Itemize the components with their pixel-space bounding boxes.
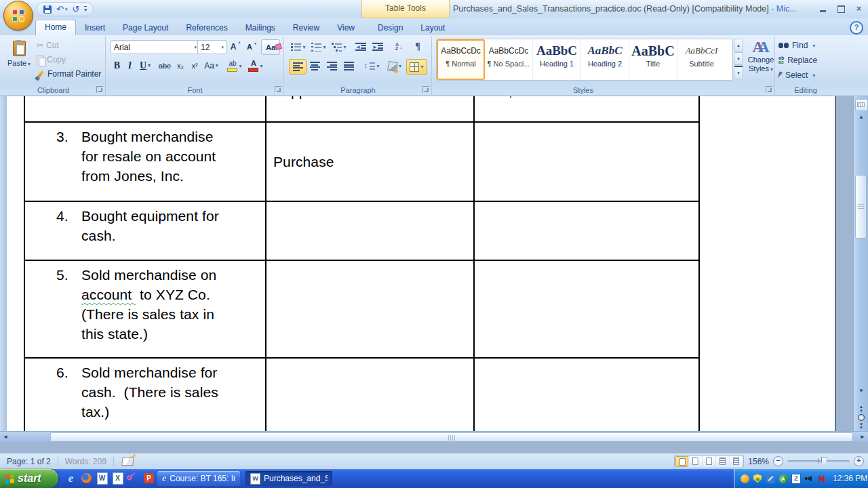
find-button[interactable]: Find bbox=[778, 41, 815, 50]
table-cell-blank[interactable] bbox=[475, 261, 698, 357]
antivirus-tray-icon[interactable]: A bbox=[778, 474, 788, 483]
decrease-indent-button[interactable] bbox=[353, 40, 369, 54]
excel-icon[interactable]: X bbox=[112, 472, 123, 484]
table-cell-blank[interactable] bbox=[475, 202, 698, 260]
zoom-out-icon[interactable]: − bbox=[773, 456, 783, 466]
taskbar-button-word[interactable]: W Purchases_and_Sales... bbox=[245, 471, 332, 486]
scroll-right-icon[interactable]: ► bbox=[857, 434, 868, 440]
horizontal-scroll-thumb[interactable] bbox=[50, 432, 853, 442]
close-button[interactable]: × bbox=[856, 5, 861, 13]
highlight-color-button[interactable]: ab bbox=[224, 58, 245, 73]
powerpoint-icon[interactable]: P bbox=[143, 472, 155, 484]
clear-formatting-button[interactable]: Aa bbox=[261, 39, 280, 55]
styles-dialog-launcher[interactable] bbox=[766, 86, 772, 93]
proofing-status-icon[interactable] bbox=[121, 457, 134, 466]
style-heading-2[interactable]: AaBbC Heading 2 bbox=[581, 39, 629, 80]
change-styles-button[interactable]: AA Change Styles bbox=[746, 38, 776, 85]
tab-layout[interactable]: Layout bbox=[412, 20, 454, 35]
strikethrough-button[interactable]: abe bbox=[157, 58, 173, 73]
tab-home[interactable]: Home bbox=[35, 20, 76, 35]
table-cell[interactable]: account from ABC Co. bbox=[25, 96, 267, 121]
style-normal[interactable]: AaBbCcDc ¶ Normal bbox=[437, 39, 485, 80]
style-heading-1[interactable]: AaBbC Heading 1 bbox=[533, 39, 581, 80]
tab-design[interactable]: Design bbox=[369, 20, 412, 35]
shading-button[interactable] bbox=[385, 59, 404, 73]
table-cell-blank[interactable] bbox=[475, 123, 698, 201]
tab-review[interactable]: Review bbox=[284, 20, 328, 35]
page-indicator[interactable]: Page: 1 of 2 bbox=[5, 457, 52, 466]
bullets-button[interactable] bbox=[289, 40, 308, 54]
scroll-left-icon[interactable]: ◄ bbox=[0, 434, 11, 440]
tab-page-layout[interactable]: Page Layout bbox=[114, 20, 177, 35]
shield-tray-icon[interactable] bbox=[753, 474, 762, 483]
styles-scroll-down-icon[interactable]: ▼ bbox=[734, 52, 743, 65]
clipboard-dialog-launcher[interactable] bbox=[96, 86, 103, 93]
table-cell-blank[interactable] bbox=[475, 359, 698, 436]
ie-icon[interactable]: e bbox=[65, 472, 77, 484]
n-app-tray-icon[interactable]: N bbox=[817, 474, 827, 483]
superscript-button[interactable]: x² bbox=[188, 58, 201, 73]
paste-button[interactable]: Paste bbox=[4, 38, 34, 83]
redo-icon[interactable]: ↺ bbox=[72, 5, 79, 14]
copy-button[interactable]: Copy bbox=[37, 55, 66, 64]
table-cell-account[interactable]: Purchase bbox=[267, 123, 475, 201]
outline-view-icon[interactable] bbox=[716, 456, 729, 467]
office-button[interactable] bbox=[3, 1, 33, 30]
minimize-button[interactable] bbox=[820, 10, 826, 12]
table-cell-description[interactable]: 4. Bought equipment for cash. bbox=[25, 202, 267, 260]
firefox-icon[interactable] bbox=[81, 472, 92, 484]
next-page-icon[interactable]: ▼ ▼ bbox=[859, 423, 863, 430]
numbering-button[interactable] bbox=[309, 40, 328, 54]
styles-scroll-up-icon[interactable]: ▲ bbox=[734, 39, 743, 52]
style-title[interactable]: AaBbC Title bbox=[629, 39, 677, 80]
start-button[interactable]: start bbox=[0, 469, 58, 488]
table-row-3[interactable]: 3. Bought merchandise for resale on acco… bbox=[25, 123, 698, 202]
previous-page-icon[interactable]: ▲ ▲ bbox=[859, 405, 863, 412]
select-button[interactable]: Select bbox=[778, 70, 815, 80]
messenger-tray-icon[interactable] bbox=[740, 474, 749, 483]
show-hide-pilcrow-button[interactable]: ¶ bbox=[410, 40, 426, 54]
scroll-up-icon[interactable]: ▲ bbox=[854, 114, 868, 120]
zoom-slider[interactable] bbox=[787, 460, 850, 462]
grow-font-button[interactable]: A bbox=[226, 40, 241, 54]
draft-view-icon[interactable] bbox=[730, 456, 743, 467]
zoom-in-icon[interactable]: + bbox=[854, 456, 864, 466]
vertical-scrollbar[interactable]: ▲ ▼ ▲ ▲ ▼ ▼ bbox=[853, 96, 868, 431]
font-size-combo[interactable]: 12▾ bbox=[197, 40, 227, 54]
align-center-button[interactable] bbox=[307, 59, 323, 73]
z-app-tray-icon[interactable]: Z bbox=[791, 474, 801, 483]
access-key-icon[interactable] bbox=[127, 472, 139, 484]
replace-button[interactable]: abac Replace bbox=[778, 56, 817, 65]
table-row-6[interactable]: 6. Sold merchandise for cash. (There is … bbox=[25, 359, 698, 437]
restore-button[interactable] bbox=[837, 5, 845, 13]
align-right-button[interactable] bbox=[323, 59, 340, 73]
multilevel-list-button[interactable] bbox=[330, 40, 349, 54]
change-case-button[interactable]: Aa bbox=[202, 58, 220, 73]
table-cell-description[interactable]: 6. Sold merchandise for cash. (There is … bbox=[25, 359, 267, 436]
full-screen-reading-view-icon[interactable] bbox=[689, 456, 702, 467]
underline-button[interactable]: U bbox=[136, 58, 154, 73]
increase-indent-button[interactable] bbox=[370, 40, 386, 54]
word-count[interactable]: Words: 209 bbox=[64, 457, 108, 466]
style-subtitle[interactable]: AaBbCcI Subtitle bbox=[677, 39, 726, 80]
font-dialog-launcher[interactable] bbox=[275, 86, 281, 93]
zoom-level[interactable]: 156% bbox=[748, 457, 769, 466]
volume-tray-icon[interactable] bbox=[804, 474, 814, 483]
bold-button[interactable]: B bbox=[111, 58, 123, 73]
table-cell[interactable]: A/P , ABC Co. bbox=[475, 96, 698, 121]
print-layout-view-icon[interactable] bbox=[675, 456, 688, 467]
table-cell-description[interactable]: 3. Bought merchandise for resale on acco… bbox=[25, 123, 267, 201]
table-cell[interactable]: Supplies bbox=[267, 96, 475, 121]
table-row-clipped[interactable]: account from ABC Co. Supplies A/P , ABC … bbox=[25, 96, 698, 123]
document-page[interactable]: account from ABC Co. Supplies A/P , ABC … bbox=[7, 96, 836, 442]
tab-mailings[interactable]: Mailings bbox=[237, 20, 284, 35]
wrench-tray-icon[interactable] bbox=[766, 474, 775, 483]
tab-references[interactable]: References bbox=[177, 20, 236, 35]
ruler-toggle-icon[interactable] bbox=[855, 99, 868, 111]
qat-customize-icon[interactable]: ▾ bbox=[84, 6, 87, 12]
help-icon[interactable]: ? bbox=[850, 21, 863, 35]
format-painter-button[interactable]: Format Painter bbox=[37, 69, 101, 79]
italic-button[interactable]: I bbox=[124, 58, 136, 73]
word-icon[interactable]: W bbox=[96, 472, 108, 484]
web-layout-view-icon[interactable] bbox=[703, 456, 715, 467]
